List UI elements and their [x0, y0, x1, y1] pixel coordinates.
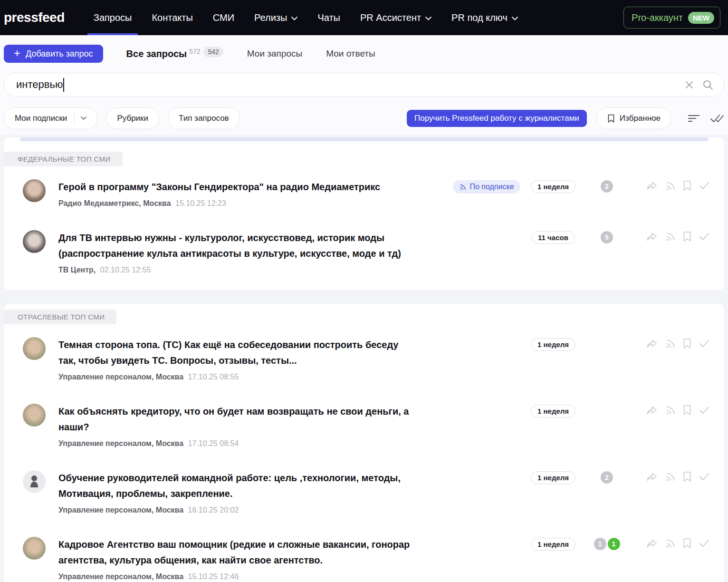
- nav-item-pr-assistant[interactable]: PR Ассистент: [350, 0, 441, 35]
- request-card[interactable]: Кадровое Агентство ваш помощник (редкие …: [4, 537, 724, 581]
- subheader: + Добавить запрос Все запросы 572 542 Мо…: [0, 35, 728, 135]
- bookmark-icon[interactable]: [683, 231, 691, 242]
- avatar[interactable]: [23, 404, 46, 427]
- rss-subscribe-icon[interactable]: [665, 338, 676, 349]
- request-source: Управление персоналом, Москва: [58, 373, 183, 381]
- check-icon[interactable]: [699, 538, 710, 549]
- bookmark-icon[interactable]: [683, 338, 691, 349]
- clear-search-icon[interactable]: [684, 80, 694, 90]
- request-date: 15.10.25 12:46: [188, 572, 239, 581]
- sort-icon[interactable]: [687, 113, 700, 124]
- tab-label: Все запросы: [126, 48, 187, 59]
- section-federal-top-smi: ФЕДЕРАЛЬНЫЕ ТОП СМИ Герой в программу "З…: [4, 137, 724, 290]
- avatar[interactable]: [23, 230, 46, 253]
- request-card[interactable]: Герой в программу "Законы Гендиректора" …: [4, 179, 724, 208]
- nav-item-smi[interactable]: СМИ: [203, 0, 244, 35]
- rss-subscribe-icon[interactable]: [665, 180, 676, 191]
- bookmark-icon: [607, 114, 615, 123]
- subscription-badge[interactable]: По подписке: [453, 180, 520, 194]
- check-icon[interactable]: [699, 180, 710, 191]
- request-card[interactable]: Темная сторона топа. (ТС) Как ещё на соб…: [4, 337, 724, 381]
- request-date: 15.10.25 12:23: [175, 199, 226, 207]
- avatar[interactable]: [23, 537, 46, 560]
- avatar[interactable]: [23, 337, 46, 360]
- request-age-badge: 1 неделя: [531, 405, 575, 417]
- topbar: pressfeed Запросы Контакты СМИ Релизы Ча…: [0, 0, 728, 35]
- request-age-badge: 1 неделя: [531, 538, 575, 551]
- search-input[interactable]: интервью: [4, 73, 724, 97]
- check-icon[interactable]: [699, 231, 710, 242]
- nav-label: Запросы: [94, 12, 132, 23]
- nav-item-requests[interactable]: Запросы: [84, 0, 142, 35]
- section-industry-top-smi: ОТРАСЛЕВЫЕ ТОП СМИ Темная сторона топа. …: [4, 304, 724, 582]
- request-title[interactable]: Темная сторона топа. (ТС) Как ещё на соб…: [58, 337, 410, 369]
- nav-label: Релизы: [254, 12, 287, 23]
- view-tabs: Все запросы 572 542 Мои запросы Мои отве…: [126, 48, 375, 59]
- rss-subscribe-icon[interactable]: [665, 405, 676, 416]
- favorites-button[interactable]: Избранное: [596, 107, 671, 129]
- requests-list: ФЕДЕРАЛЬНЫЕ ТОП СМИ Герой в программу "З…: [0, 137, 728, 582]
- check-icon[interactable]: [699, 338, 710, 349]
- share-icon[interactable]: [646, 471, 658, 482]
- request-meta: Радио Медиаметрикс, Москва 15.10.25 12:2…: [58, 199, 410, 208]
- nav-item-contacts[interactable]: Контакты: [142, 0, 202, 35]
- check-icon[interactable]: [699, 405, 710, 416]
- tab-total-count: 572: [189, 48, 200, 55]
- nav-item-pr-turnkey[interactable]: PR под ключ: [441, 0, 528, 35]
- rss-subscribe-icon[interactable]: [665, 538, 676, 549]
- share-icon[interactable]: [646, 338, 658, 349]
- nav-label: Чаты: [317, 12, 340, 23]
- rss-subscribe-icon[interactable]: [665, 471, 676, 482]
- request-age-badge: 1 неделя: [531, 180, 575, 193]
- request-title[interactable]: Герой в программу "Законы Гендиректора" …: [58, 179, 410, 195]
- tab-my-requests[interactable]: Мои запросы: [247, 48, 302, 59]
- rss-subscribe-icon[interactable]: [665, 231, 676, 242]
- answers-count-badge: 2: [601, 471, 613, 484]
- tab-my-answers[interactable]: Мои ответы: [326, 48, 375, 59]
- bookmark-icon[interactable]: [683, 180, 691, 191]
- request-source: Радио Медиаметрикс, Москва: [58, 199, 171, 207]
- bookmark-icon[interactable]: [683, 538, 691, 549]
- add-request-button[interactable]: + Добавить запрос: [4, 45, 103, 63]
- nav-item-chats[interactable]: Чаты: [307, 0, 350, 35]
- avatar[interactable]: [23, 179, 46, 202]
- bookmark-icon[interactable]: [683, 471, 691, 482]
- filter-row: Мои подписки Рубрики Тип запросов Поручи…: [4, 107, 724, 129]
- request-title[interactable]: Как объяснять кредитору, что он будет на…: [58, 404, 410, 435]
- tab-all-requests[interactable]: Все запросы 572 542: [126, 48, 223, 59]
- nav-label: СМИ: [213, 12, 234, 23]
- check-icon[interactable]: [699, 471, 710, 482]
- filter-rubrics[interactable]: Рубрики: [106, 107, 159, 129]
- tab-label: Мои ответы: [326, 48, 375, 59]
- filter-my-subscriptions[interactable]: Мои подписки: [4, 107, 97, 129]
- share-icon[interactable]: [646, 180, 658, 191]
- bookmark-icon[interactable]: [683, 405, 691, 416]
- search-icon[interactable]: [702, 79, 713, 90]
- nav-item-releases[interactable]: Релизы: [244, 0, 307, 35]
- delegate-to-pressfeed-button[interactable]: Поручить Pressfeed работу с журналистами: [407, 110, 587, 127]
- request-title[interactable]: Обучение руководителей командной работе:…: [58, 470, 410, 502]
- request-source: ТВ Центр,: [58, 266, 96, 274]
- share-icon[interactable]: [646, 231, 658, 242]
- request-card[interactable]: Как объяснять кредитору, что он будет на…: [4, 404, 724, 448]
- answers-count-badge: 2: [601, 180, 613, 193]
- new-answers-count-badge: 1: [608, 538, 620, 550]
- chevron-down-icon: [291, 17, 297, 20]
- pressfeed-logo[interactable]: pressfeed: [4, 10, 65, 25]
- new-badge: NEW: [688, 12, 714, 24]
- request-title[interactable]: Для ТВ интервью нужны - культуролог, иск…: [58, 230, 410, 262]
- pro-account-button[interactable]: Pro-аккаунт NEW: [623, 7, 720, 29]
- share-icon[interactable]: [646, 405, 658, 416]
- share-icon[interactable]: [646, 538, 658, 549]
- person-silhouette-icon: [28, 475, 40, 489]
- filter-request-types[interactable]: Тип запросов: [168, 107, 240, 129]
- request-title[interactable]: Кадровое Агентство ваш помощник (редкие …: [58, 537, 410, 568]
- request-age-badge: 1 неделя: [531, 471, 575, 484]
- avatar-placeholder[interactable]: [23, 470, 46, 493]
- mark-all-read-icon[interactable]: [710, 113, 724, 124]
- request-card[interactable]: Для ТВ интервью нужны - культуролог, иск…: [4, 230, 724, 290]
- favorites-label: Избранное: [620, 114, 661, 123]
- request-card[interactable]: Обучение руководителей командной работе:…: [4, 470, 724, 514]
- section-label: ФЕДЕРАЛЬНЫЕ ТОП СМИ: [4, 152, 123, 166]
- divider: [74, 112, 75, 125]
